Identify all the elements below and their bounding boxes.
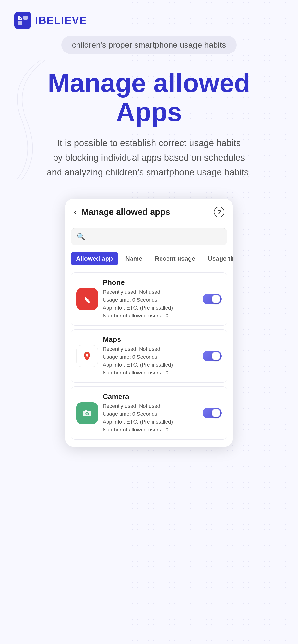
app-info-maps: Maps Recently used: Not used Usage time:… [103,336,198,376]
filter-tabs: Allowed app Name Recent usage Usage time… [65,249,233,272]
tab-usage-time[interactable]: Usage time [203,252,233,265]
tab-recent-usage[interactable]: Recent usage [150,252,201,265]
logo-text: IBELIEVE [35,14,87,26]
main-content: children's proper smartphone usage habit… [0,36,298,447]
app-list: Phone Recently used: Not used Usage time… [65,272,233,440]
svg-rect-13 [85,410,87,412]
app-icon-maps [76,345,98,367]
phone-mockup-wrapper: ‹ Manage allowed apps ? 🔍 Allowed app Na… [14,198,284,446]
app-icon-phone [76,288,98,310]
svg-rect-2 [18,21,22,25]
main-heading: Manage allowed Apps [14,68,284,126]
toggle-knob-phone [212,295,220,303]
toggle-maps[interactable] [203,351,222,361]
app-item-maps: Maps Recently used: Not used Usage time:… [71,330,227,382]
logo-icon: i3 [14,12,31,29]
phone-screen-title: Manage allowed apps [82,207,214,217]
app-name-camera: Camera [103,392,198,400]
description: It is possible to establish correct usag… [14,136,284,180]
phone-header: ‹ Manage allowed apps ? [65,198,233,222]
app-detail-maps: Recently used: Not used Usage time: 0 Se… [103,345,198,376]
help-icon-button[interactable]: ? [214,207,224,217]
search-bar[interactable]: 🔍 [71,228,227,245]
tab-name[interactable]: Name [120,252,147,265]
app-icon-camera [76,402,98,424]
logo-bar: i3 IBELIEVE [0,0,298,36]
svg-rect-1 [23,16,28,20]
toggle-knob-maps [212,352,220,360]
phone-mockup: ‹ Manage allowed apps ? 🔍 Allowed app Na… [65,198,233,446]
search-icon: 🔍 [77,233,85,240]
toggle-knob-camera [212,409,220,417]
app-detail-phone: Recently used: Not used Usage time: 0 Se… [103,288,198,320]
app-name-maps: Maps [103,336,198,344]
app-item-camera: Camera Recently used: Not used Usage tim… [71,386,227,440]
app-detail-camera: Recently used: Not used Usage time: 0 Se… [103,402,198,434]
app-info-camera: Camera Recently used: Not used Usage tim… [103,392,198,434]
search-input[interactable] [88,233,221,240]
toggle-phone[interactable] [203,294,222,304]
app-info-phone: Phone Recently used: Not used Usage time… [103,278,198,320]
subtitle-pill: children's proper smartphone usage habit… [61,36,237,54]
back-button[interactable]: ‹ [74,207,77,217]
svg-point-8 [86,354,88,356]
tab-allowed-app[interactable]: Allowed app [71,252,118,265]
svg-point-12 [86,413,88,415]
svg-text:i3: i3 [19,15,23,20]
toggle-camera[interactable] [203,408,222,418]
app-item-phone: Phone Recently used: Not used Usage time… [71,272,227,326]
app-name-phone: Phone [103,278,198,286]
